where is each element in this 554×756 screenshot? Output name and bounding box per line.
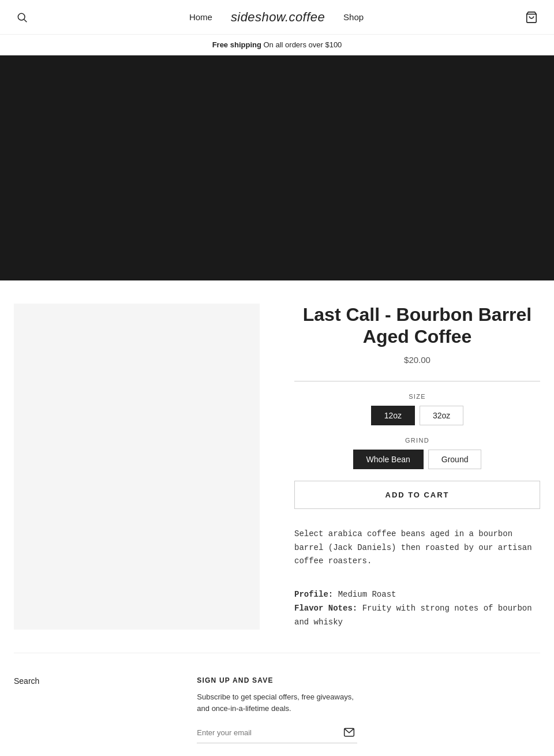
flavor-line: Flavor Notes: Fruity with strong notes o… [294, 604, 532, 627]
footer-search-link[interactable]: Search [14, 676, 174, 686]
profile-label: Profile: [294, 590, 333, 599]
search-icon [16, 12, 28, 23]
site-header: Home sideshow.coffee Shop [0, 0, 554, 35]
header-right [523, 9, 540, 26]
size-label: SIZE [294, 393, 540, 400]
footer-col-links: Search [14, 676, 174, 744]
search-button[interactable] [14, 9, 30, 25]
size-32oz[interactable]: 32oz [420, 406, 463, 425]
site-footer: Search SIGN UP AND SAVE Subscribe to get… [0, 653, 554, 756]
svg-line-1 [24, 19, 27, 22]
footer-col-signup: SIGN UP AND SAVE Subscribe to get specia… [197, 676, 357, 744]
grind-whole-bean[interactable]: Whole Bean [353, 450, 424, 469]
email-form [197, 724, 357, 743]
svg-point-0 [18, 13, 25, 20]
promo-bar: Free shipping On all orders over $100 [0, 35, 554, 55]
add-to-cart-button[interactable]: ADD TO CART [294, 481, 540, 509]
size-12oz[interactable]: 12oz [371, 406, 415, 425]
product-title: Last Call - Bourbon Barrel Aged Coffee [294, 304, 540, 348]
grind-ground[interactable]: Ground [428, 450, 482, 469]
profile-line: Profile: Medium Roast [294, 590, 396, 599]
site-logo[interactable]: sideshow.coffee [231, 10, 325, 25]
profile-value: Medium Roast [338, 590, 396, 599]
size-options: 12oz 32oz [294, 406, 540, 425]
flavor-label: Flavor Notes: [294, 604, 357, 613]
cart-icon [525, 11, 538, 24]
promo-text: On all orders over $100 [264, 40, 342, 49]
submit-icon [343, 727, 355, 738]
product-image [14, 304, 260, 630]
signup-desc: Subscribe to get special offers, free gi… [197, 691, 357, 716]
cart-button[interactable] [523, 9, 540, 26]
footer-col-empty [380, 676, 540, 744]
divider-top [294, 381, 540, 381]
product-info: Last Call - Bourbon Barrel Aged Coffee $… [283, 304, 540, 630]
grind-label: GRIND [294, 437, 540, 444]
nav-shop[interactable]: Shop [343, 12, 364, 22]
promo-bold: Free shipping [212, 40, 261, 49]
product-price: $20.00 [294, 355, 540, 365]
signup-title: SIGN UP AND SAVE [197, 676, 357, 684]
nav-home[interactable]: Home [189, 12, 212, 22]
header-center: Home sideshow.coffee Shop [189, 10, 364, 25]
product-description: Select arabica coffee beans aged in a bo… [294, 527, 540, 568]
header-left [14, 9, 30, 25]
product-section: Last Call - Bourbon Barrel Aged Coffee $… [0, 280, 554, 653]
email-submit-button[interactable] [341, 724, 357, 740]
email-input[interactable] [197, 728, 340, 737]
grind-options: Whole Bean Ground [294, 450, 540, 469]
hero-image [0, 55, 554, 280]
product-profile: Profile: Medium Roast Flavor Notes: Frui… [294, 588, 540, 629]
